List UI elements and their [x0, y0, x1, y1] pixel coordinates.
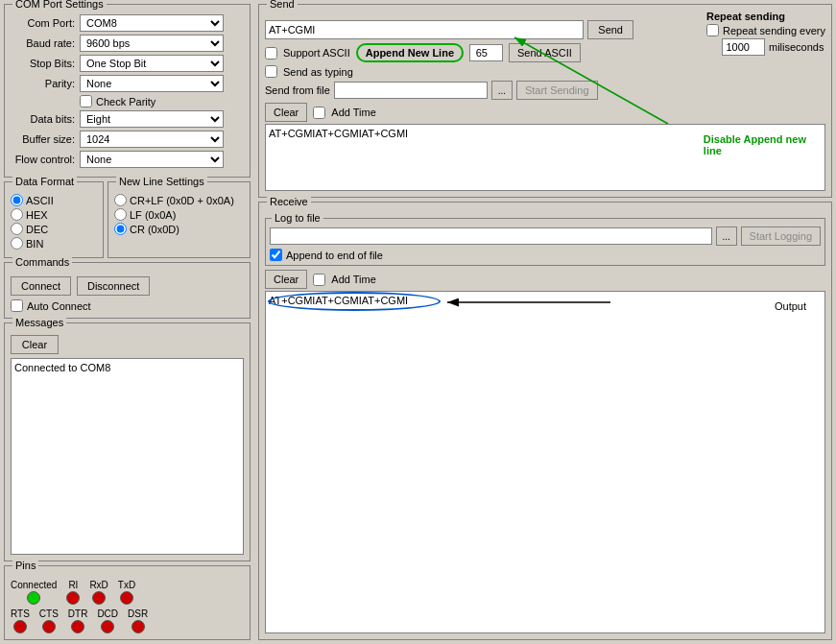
- hex-radio[interactable]: [11, 208, 23, 221]
- send-area-content: AT+CGMIAT+CGMIAT+CGMI: [269, 128, 408, 139]
- flow-control-label: Flow control:: [11, 154, 80, 165]
- bin-label: BIN: [26, 238, 43, 250]
- repeat-ms-input[interactable]: 1000: [722, 38, 765, 56]
- parity-select[interactable]: None: [80, 75, 224, 92]
- messages-content: Connected to COM8: [14, 362, 110, 373]
- new-line-title: New Line Settings: [116, 176, 207, 187]
- check-parity-label: Check Parity: [96, 96, 155, 107]
- crlf-radio[interactable]: [114, 194, 127, 206]
- receive-add-time-checkbox[interactable]: [313, 274, 325, 286]
- append-to-file-label: Append to end of file: [286, 250, 383, 261]
- send-button[interactable]: Send: [587, 20, 633, 39]
- log-browse-button[interactable]: ...: [716, 227, 737, 246]
- parity-label: Parity:: [11, 78, 80, 89]
- pin-dcd-label: DCD: [97, 608, 118, 619]
- append-new-line-button[interactable]: Append New Line: [356, 43, 464, 62]
- lf-radio[interactable]: [114, 208, 127, 221]
- pin-rts-led: [13, 620, 27, 633]
- ascii-label: ASCII: [26, 195, 54, 206]
- pin-dsr-led: [131, 620, 145, 633]
- pins-title: Pins: [12, 560, 38, 571]
- pin-connected-led: [27, 591, 40, 605]
- ascii-radio[interactable]: [11, 194, 23, 206]
- dec-label: DEC: [26, 224, 48, 235]
- data-bits-select[interactable]: Eight: [80, 110, 224, 128]
- disconnect-button[interactable]: Disconnect: [77, 276, 150, 296]
- pin-cts-label: CTS: [39, 608, 59, 619]
- log-to-file-title: Log to file: [272, 212, 323, 224]
- receive-clear-button[interactable]: Clear: [265, 270, 307, 289]
- lf-label: LF (0x0A): [130, 209, 176, 221]
- connect-button[interactable]: Connect: [11, 276, 71, 296]
- auto-connect-checkbox[interactable]: [11, 299, 23, 312]
- auto-connect-label: Auto Connect: [27, 300, 91, 312]
- pin-rxd-led: [92, 591, 106, 605]
- buffer-size-select[interactable]: 1024: [80, 131, 224, 148]
- send-add-time-checkbox[interactable]: [313, 107, 325, 119]
- com-port-title: COM Port Settings: [12, 0, 107, 10]
- send-clear-button[interactable]: Clear: [265, 103, 307, 122]
- pin-ri-led: [66, 591, 80, 605]
- support-ascii-checkbox[interactable]: [265, 47, 277, 60]
- receive-title: Receive: [267, 196, 311, 207]
- send-input[interactable]: AT+CGMI: [265, 20, 584, 39]
- pin-rts-label: RTS: [11, 608, 30, 619]
- send-file-browse-button[interactable]: ...: [491, 81, 513, 100]
- send-text-area: AT+CGMIAT+CGMIAT+CGMI: [265, 124, 825, 191]
- receive-area-content: AT+CGMIAT+CGMIAT+CGMI: [269, 295, 408, 306]
- send-as-typing-label: Send as typing: [283, 66, 353, 78]
- com-port-label: Com Port:: [11, 17, 80, 29]
- stop-bits-select[interactable]: One Stop Bit: [80, 55, 224, 72]
- append-to-file-checkbox[interactable]: [270, 249, 282, 261]
- cr-radio[interactable]: [114, 223, 127, 235]
- pin-cts-led: [42, 620, 56, 633]
- check-parity-checkbox[interactable]: [80, 95, 92, 107]
- send-from-file-label: Send from file: [265, 84, 330, 96]
- commands-title: Commands: [12, 256, 72, 268]
- cr-label: CR (0x0D): [130, 224, 179, 235]
- send-ascii-button[interactable]: Send ASCII: [509, 43, 581, 62]
- hex-label: HEX: [26, 209, 48, 221]
- pin-rxd-label: RxD: [89, 580, 107, 590]
- crlf-label: CR+LF (0x0D + 0x0A): [130, 195, 234, 206]
- miliseconds-label: miliseconds: [769, 41, 824, 53]
- send-as-typing-checkbox[interactable]: [265, 65, 277, 78]
- messages-text-area: Connected to COM8: [11, 358, 244, 555]
- com-port-select[interactable]: COM8: [80, 14, 224, 32]
- messages-clear-button[interactable]: Clear: [11, 335, 59, 354]
- pin-dsr-label: DSR: [128, 608, 148, 619]
- messages-title: Messages: [12, 317, 66, 328]
- ascii-number-input[interactable]: 65: [469, 44, 503, 61]
- pin-ri-label: RI: [68, 580, 78, 590]
- stop-bits-label: Stop Bits:: [11, 58, 80, 69]
- pin-connected-label: Connected: [11, 580, 57, 590]
- data-bits-label: Data bits:: [11, 113, 80, 125]
- log-file-input[interactable]: [270, 227, 712, 245]
- start-logging-button[interactable]: Start Logging: [741, 227, 821, 246]
- bin-radio[interactable]: [11, 237, 23, 250]
- repeat-sending-checkbox[interactable]: [706, 24, 719, 36]
- repeat-sending-title: Repeat sending: [706, 11, 825, 22]
- pin-dcd-led: [101, 620, 114, 633]
- flow-control-select[interactable]: None: [80, 151, 224, 168]
- dec-radio[interactable]: [11, 223, 23, 235]
- send-add-time-label: Add Time: [331, 107, 375, 118]
- receive-text-area: AT+CGMIAT+CGMIAT+CGMI: [265, 291, 825, 633]
- start-sending-button[interactable]: Start Sending: [516, 81, 598, 100]
- pin-txd-led: [120, 591, 133, 605]
- pin-txd-label: TxD: [118, 580, 135, 590]
- pin-dtr-led: [71, 620, 84, 633]
- baud-rate-label: Baud rate:: [11, 37, 80, 49]
- send-title: Send: [267, 0, 298, 10]
- baud-rate-select[interactable]: 9600 bps: [80, 35, 224, 52]
- receive-add-time-label: Add Time: [331, 274, 375, 285]
- support-ascii-label: Support ASCII: [283, 47, 350, 59]
- buffer-size-label: Buffer size:: [11, 133, 80, 145]
- pin-dtr-label: DTR: [68, 608, 88, 619]
- data-format-title: Data Format: [12, 176, 77, 187]
- send-from-file-input[interactable]: [334, 82, 488, 99]
- repeat-sending-label: Repeat sending every: [723, 25, 825, 36]
